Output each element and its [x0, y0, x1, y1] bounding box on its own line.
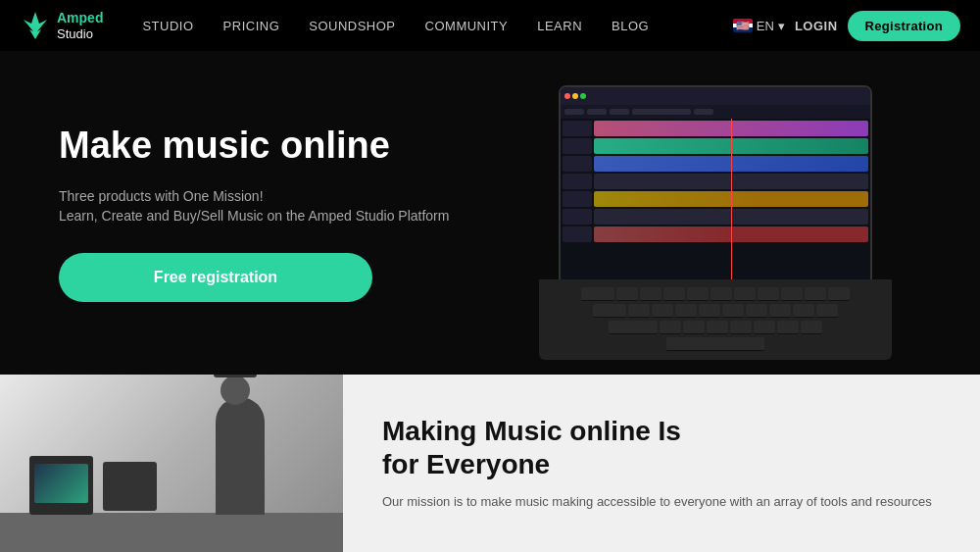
section2-description: Our mission is to make music making acce… [382, 492, 932, 512]
laptop-screen [559, 85, 872, 281]
nav-right: 🇺🇸 EN ▾ LOGIN Registration [733, 11, 960, 41]
nav-studio[interactable]: STUDIO [142, 19, 193, 33]
daw-track-3 [563, 156, 868, 172]
studio-image [0, 375, 343, 552]
section2-title: Making Music online Isfor Everyone [382, 415, 932, 480]
register-button[interactable]: Registration [848, 11, 960, 41]
chevron-down-icon: ▾ [778, 19, 785, 33]
hero-image [451, 51, 980, 375]
nav-learn[interactable]: LEARN [537, 19, 582, 33]
section2-text-area: Making Music online Isfor Everyone Our m… [343, 375, 971, 552]
daw-tracks [561, 119, 870, 279]
hero-subtitle-1: Three products with One Mission! [59, 188, 451, 204]
laptop-keyboard [549, 281, 882, 350]
logo[interactable]: Amped Studio [20, 10, 103, 41]
section-making-music: Making Music online Isfor Everyone Our m… [0, 375, 980, 552]
login-button[interactable]: LOGIN [795, 19, 838, 33]
daw-playhead [731, 119, 732, 279]
svg-marker-0 [24, 12, 47, 39]
lang-label: EN [757, 19, 774, 33]
free-registration-button[interactable]: Free registration [59, 253, 372, 302]
logo-icon [20, 10, 51, 41]
nav-soundshop[interactable]: SOUNDSHOP [309, 19, 395, 33]
nav-pricing[interactable]: PRICING [223, 19, 280, 33]
daw-interface [561, 87, 870, 279]
daw-toolbar [561, 105, 870, 119]
laptop-mockup [539, 85, 892, 360]
daw-header [561, 87, 870, 105]
hero-subtitle-2: Learn, Create and Buy/Sell Music on the … [59, 208, 451, 224]
daw-track-1 [563, 121, 868, 136]
daw-track-4 [563, 174, 868, 189]
nav-blog[interactable]: BLOG [612, 19, 649, 33]
logo-sub: Studio [57, 26, 103, 42]
nav-community[interactable]: COMMUNITY [425, 19, 509, 33]
daw-track-5 [563, 191, 868, 207]
navbar: Amped Studio STUDIO PRICING SOUNDSHOP CO… [0, 0, 980, 51]
daw-track-7 [563, 226, 868, 242]
studio-photo [0, 375, 343, 552]
daw-track-2 [563, 138, 868, 154]
daw-track-6 [563, 209, 868, 225]
hero-title: Make music online [59, 124, 451, 169]
flag-icon: 🇺🇸 [733, 19, 753, 32]
hero-section: Make music online Three products with On… [0, 51, 980, 375]
language-selector[interactable]: 🇺🇸 EN ▾ [733, 19, 785, 33]
nav-links: STUDIO PRICING SOUNDSHOP COMMUNITY LEARN… [142, 19, 732, 33]
logo-brand: Amped [57, 10, 103, 25]
hero-content: Make music online Three products with On… [0, 124, 451, 302]
